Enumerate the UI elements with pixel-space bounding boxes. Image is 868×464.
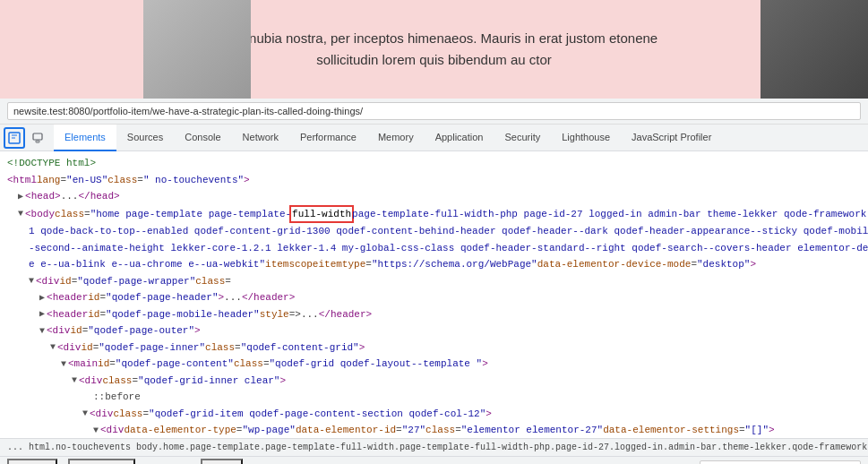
tab-application[interactable]: Application xyxy=(425,125,494,151)
html-line[interactable]: <html lang="en-US" class=" no-touchevent… xyxy=(0,172,868,189)
html-line[interactable]: <main id="qodef-page-content" class="qod… xyxy=(0,356,868,373)
search-input[interactable] xyxy=(700,460,861,465)
tab-elements[interactable]: Elements xyxy=(54,125,116,151)
html-line[interactable]: <header id="qodef-page-header" >...</hea… xyxy=(0,289,868,306)
url-input[interactable] xyxy=(7,102,861,120)
tab-javascript-profiler[interactable]: JavaScript Profiler xyxy=(621,125,722,151)
devtools-tabs: Elements Sources Console Network Perform… xyxy=(0,125,868,151)
doctype-text: <!DOCTYPE html> xyxy=(7,156,96,171)
html-line[interactable]: <div id="qodef-page-outer" > xyxy=(0,322,868,339)
html-line[interactable]: <head> ... </head> xyxy=(0,188,868,205)
bottom-tab-issues[interactable]: Issues xyxy=(201,459,244,465)
html-line[interactable]: -second--animate-height lekker-core-1.2.… xyxy=(0,240,868,257)
html-line[interactable]: <div data-elementor-type="wp-page" data-… xyxy=(0,422,868,438)
devtools-icon-group xyxy=(4,127,48,149)
inspect-icon[interactable] xyxy=(4,127,25,149)
svg-rect-1 xyxy=(33,133,42,140)
html-content: <!DOCTYPE html> <html lang="en-US" class… xyxy=(0,151,868,438)
html-line[interactable]: <div class="qodef-grid-item qodef-page-c… xyxy=(0,406,868,423)
html-line[interactable]: <div id="qodef-page-wrapper" class= xyxy=(0,273,868,290)
bottom-tab-console[interactable]: Console xyxy=(7,459,57,465)
html-line[interactable]: <!DOCTYPE html> xyxy=(0,155,868,172)
html-line[interactable]: <body class="home page-template page-tem… xyxy=(0,205,868,224)
page-preview: Per conubia nostra, per inceptos himenae… xyxy=(0,0,868,99)
tab-security[interactable]: Security xyxy=(494,125,551,151)
html-line[interactable]: <div class="qodef-grid-inner clear" > xyxy=(0,373,868,390)
preview-image-left xyxy=(143,0,251,99)
tab-lighthouse[interactable]: Lighthouse xyxy=(551,125,621,151)
url-bar xyxy=(0,99,868,125)
tab-performance[interactable]: Performance xyxy=(289,125,367,151)
html-line[interactable]: 1 qode-back-to-top--enabled qodef-conten… xyxy=(0,223,868,240)
tab-network[interactable]: Network xyxy=(232,125,289,151)
html-line[interactable]: <div id="qodef-page-inner" class="qodef-… xyxy=(0,339,868,357)
breadcrumb-bar: ... html.no-touchevents body.home.page-t… xyxy=(0,438,868,456)
tab-sources[interactable]: Sources xyxy=(116,125,174,151)
breadcrumb-path: ... html.no-touchevents body.home.page-t… xyxy=(7,443,868,452)
html-line[interactable]: <header id="qodef-page-mobile-header" st… xyxy=(0,306,868,323)
html-line[interactable]: e e--ua-blink e--ua-chrome e--ua-webkit"… xyxy=(0,256,868,273)
preview-image-right xyxy=(761,0,868,99)
html-line[interactable]: ::before xyxy=(0,389,868,406)
svg-rect-2 xyxy=(36,141,39,142)
preview-text: Per conubia nostra, per inceptos himenae… xyxy=(211,28,657,71)
tab-console[interactable]: Console xyxy=(174,125,231,151)
tab-memory[interactable]: Memory xyxy=(367,125,425,151)
device-toggle-icon[interactable] xyxy=(27,127,48,149)
bottom-bar: Console What's New Search ✕ Issues xyxy=(0,456,868,464)
bottom-tab-whatsnew[interactable]: What's New xyxy=(68,459,134,465)
